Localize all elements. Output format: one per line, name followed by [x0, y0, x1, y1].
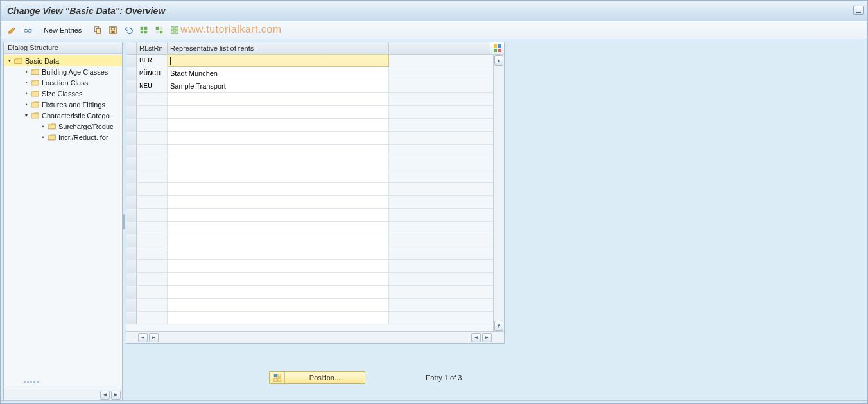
cell-representative-list[interactable] [168, 196, 389, 208]
cell-rlstrn[interactable] [137, 196, 168, 208]
cell-representative-list[interactable]: Stadt München [168, 67, 389, 80]
tree-node[interactable]: Incr./Reduct. for [4, 132, 122, 143]
cell-rlstrn[interactable] [137, 170, 168, 182]
row-selector[interactable] [126, 247, 137, 259]
cell-rlstrn[interactable] [137, 132, 168, 144]
cell-rlstrn[interactable] [137, 273, 168, 285]
cell-representative-list[interactable] [168, 312, 389, 324]
chevron-down-icon[interactable] [23, 112, 30, 119]
tree-node[interactable]: Location Class [4, 77, 122, 88]
position-button[interactable]: Position... [269, 371, 365, 384]
row-selector[interactable] [126, 286, 137, 298]
row-selector[interactable] [126, 67, 137, 80]
row-selector[interactable] [126, 196, 137, 208]
tree-node[interactable]: Characteristic Catego [4, 110, 122, 121]
row-selector[interactable] [126, 55, 137, 67]
deselect-all-icon[interactable] [168, 24, 181, 37]
cell-rlstrn[interactable] [137, 234, 168, 247]
tree-resize-handle[interactable] [19, 381, 42, 386]
cell-representative-list[interactable] [168, 132, 389, 144]
glasses-icon[interactable] [21, 24, 34, 37]
scroll-right-icon[interactable]: ► [482, 333, 492, 342]
cell-rlstrn[interactable] [137, 93, 168, 105]
cell-representative-list[interactable] [168, 145, 389, 157]
row-selector[interactable] [126, 119, 137, 131]
scroll-down-icon[interactable]: ▼ [494, 321, 503, 331]
cell-rlstrn[interactable]: BERL [137, 55, 168, 67]
minimize-button[interactable] [853, 6, 864, 15]
chevron-down-icon[interactable] [6, 58, 13, 64]
tree-node[interactable]: Basic Data [4, 55, 122, 66]
cell-representative-list[interactable] [168, 209, 389, 221]
tree-node[interactable]: Surcharge/Reduc [4, 121, 122, 132]
tree-node[interactable]: Fixtures and Fittings [4, 99, 122, 110]
cell-rlstrn[interactable] [137, 312, 168, 324]
row-selector[interactable] [126, 157, 137, 170]
cell-representative-list[interactable] [168, 157, 389, 170]
cell-rlstrn[interactable]: MÜNCH [137, 67, 168, 80]
cell-representative-list[interactable] [168, 119, 389, 131]
cell-rlstrn[interactable] [137, 299, 168, 311]
select-all-column-header[interactable] [126, 42, 137, 54]
tree-node[interactable]: Building Age Classes [4, 66, 122, 77]
dialog-structure-tree[interactable]: Basic DataBuilding Age ClassesLocation C… [4, 54, 122, 389]
copy-icon[interactable] [91, 24, 104, 37]
cell-rlstrn[interactable] [137, 260, 168, 272]
cell-rlstrn[interactable]: NEU [137, 80, 168, 92]
row-selector[interactable] [126, 222, 137, 234]
scroll-track[interactable] [494, 66, 504, 320]
scroll-right-icon[interactable]: ► [149, 333, 159, 342]
cell-representative-list[interactable]: Sample Transport [168, 80, 389, 92]
cell-representative-list[interactable] [168, 234, 389, 247]
cell-rlstrn[interactable] [137, 222, 168, 234]
scroll-left-icon[interactable]: ◄ [471, 333, 481, 342]
column-header-rlstrn[interactable]: RLstRn [137, 42, 168, 54]
select-all-icon[interactable] [137, 24, 150, 37]
cell-representative-list[interactable] [168, 183, 389, 195]
cell-representative-list[interactable] [168, 260, 389, 272]
grid-horizontal-scrollbar[interactable]: ◄ ► ◄ ► [126, 331, 504, 343]
cell-rlstrn[interactable] [137, 145, 168, 157]
new-entries-button[interactable]: New Entries [39, 24, 86, 37]
cell-representative-list[interactable] [168, 55, 389, 67]
cell-rlstrn[interactable] [137, 183, 168, 195]
row-selector[interactable] [126, 299, 137, 311]
cell-representative-list[interactable] [168, 106, 389, 118]
cell-representative-list[interactable] [168, 299, 389, 311]
cell-representative-list[interactable] [168, 170, 389, 182]
cell-rlstrn[interactable] [137, 209, 168, 221]
cell-rlstrn[interactable] [137, 119, 168, 131]
row-selector[interactable] [126, 80, 137, 92]
tree-horizontal-scrollbar[interactable]: ◄ ► [4, 389, 122, 400]
cell-representative-list[interactable] [168, 222, 389, 234]
save-icon[interactable] [107, 24, 119, 37]
row-selector[interactable] [126, 132, 137, 144]
row-selector[interactable] [126, 273, 137, 285]
cell-representative-list[interactable] [168, 286, 389, 298]
row-selector[interactable] [126, 106, 137, 118]
row-selector[interactable] [126, 260, 137, 272]
column-header-representative-list[interactable]: Representative list of rents [168, 42, 389, 54]
row-selector[interactable] [126, 209, 137, 221]
row-selector[interactable] [126, 170, 137, 182]
cell-representative-list[interactable] [168, 93, 389, 105]
scroll-left-icon[interactable]: ◄ [138, 333, 148, 342]
scroll-right-icon[interactable]: ► [111, 391, 121, 400]
configure-columns-button[interactable] [490, 42, 504, 54]
tree-node[interactable]: Size Classes [4, 88, 122, 99]
pencil-icon[interactable] [6, 24, 19, 37]
row-selector[interactable] [126, 145, 137, 157]
row-selector[interactable] [126, 93, 137, 105]
grid-vertical-scrollbar[interactable]: ▲ ▼ [493, 55, 504, 331]
row-selector[interactable] [126, 183, 137, 195]
cell-rlstrn[interactable] [137, 286, 168, 298]
scroll-left-icon[interactable]: ◄ [100, 391, 110, 400]
undo-icon[interactable] [122, 24, 135, 37]
cell-rlstrn[interactable] [137, 106, 168, 118]
cell-representative-list[interactable] [168, 247, 389, 259]
cell-representative-list[interactable] [168, 273, 389, 285]
scroll-up-icon[interactable]: ▲ [494, 55, 503, 66]
select-block-icon[interactable] [153, 24, 166, 37]
cell-rlstrn[interactable] [137, 247, 168, 259]
row-selector[interactable] [126, 234, 137, 247]
